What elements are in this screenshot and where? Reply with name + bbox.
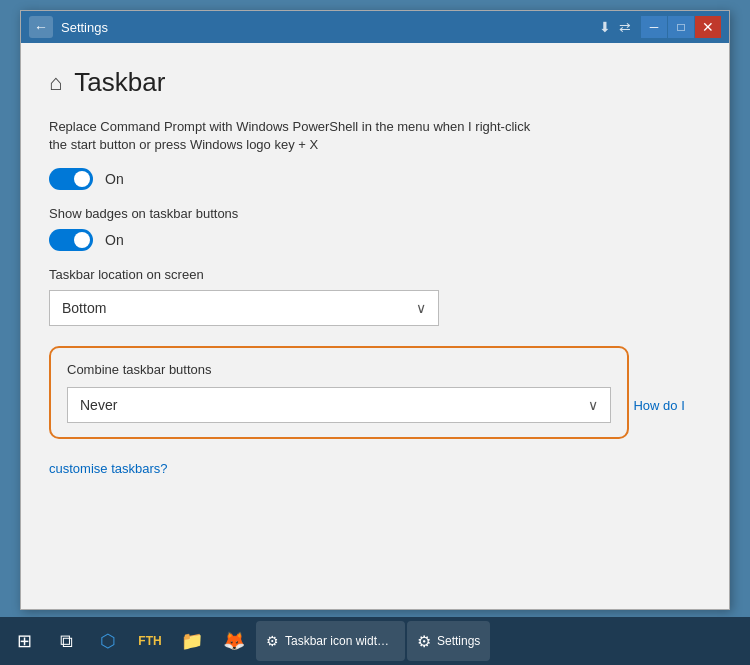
fth-icon: FTH: [138, 634, 161, 648]
sync-icon: ⇄: [619, 19, 631, 35]
close-button[interactable]: ✕: [695, 16, 721, 38]
taskbar-location-wrap: Taskbar location on screen Bottom ∨: [49, 267, 701, 326]
home-icon: ⌂: [49, 70, 62, 96]
settings-content: ⌂ Taskbar Replace Command Prompt with Wi…: [21, 43, 729, 609]
taskbar: ⊞ ⧉ ⬡ FTH 📁 🦊 ⚙ Taskbar icon width ... ⚙…: [0, 617, 750, 665]
minimize-to-tray-icon: ⬇: [599, 19, 611, 35]
back-button[interactable]: ←: [29, 16, 53, 38]
taskbar-width-label: Taskbar icon width ...: [285, 634, 395, 648]
settings-taskbar-icon: ⚙: [417, 632, 431, 651]
taskbar-location-dropdown[interactable]: Bottom ∨: [49, 290, 439, 326]
start-icon: ⊞: [17, 630, 32, 652]
combine-buttons-section: Combine taskbar buttons Never ∨: [49, 346, 629, 439]
firefox-icon: 🦊: [223, 630, 245, 652]
title-bar: ← Settings ⬇ ⇄ ─ □ ✕: [21, 11, 729, 43]
replace-cmd-description: Replace Command Prompt with Windows Powe…: [49, 118, 549, 154]
taskbar-width-icon: ⚙: [266, 633, 279, 649]
edge-button[interactable]: ⬡: [88, 621, 128, 661]
combine-buttons-label: Combine taskbar buttons: [67, 362, 611, 377]
settings-taskbar-button[interactable]: ⚙ Settings: [407, 621, 490, 661]
title-bar-icons: ⬇ ⇄: [599, 19, 631, 35]
start-button[interactable]: ⊞: [4, 621, 44, 661]
taskbar-location-chevron: ∨: [416, 300, 426, 316]
fth-button[interactable]: FTH: [130, 621, 170, 661]
taskbar-location-value: Bottom: [62, 300, 106, 316]
file-explorer-button[interactable]: 📁: [172, 621, 212, 661]
show-badges-toggle-row: On: [49, 229, 701, 251]
title-bar-left: ← Settings: [29, 16, 599, 38]
taskbar-width-button[interactable]: ⚙ Taskbar icon width ...: [256, 621, 405, 661]
title-bar-title: Settings: [61, 20, 108, 35]
taskview-button[interactable]: ⧉: [46, 621, 86, 661]
taskview-icon: ⧉: [60, 631, 73, 652]
replace-cmd-toggle-row: On: [49, 168, 701, 190]
minimize-button[interactable]: ─: [641, 16, 667, 38]
back-icon: ←: [34, 19, 48, 35]
show-badges-toggle-label: On: [105, 232, 124, 248]
replace-cmd-toggle[interactable]: [49, 168, 93, 190]
maximize-button[interactable]: □: [668, 16, 694, 38]
replace-cmd-toggle-label: On: [105, 171, 124, 187]
page-title: Taskbar: [74, 67, 165, 98]
show-badges-label: Show badges on taskbar buttons: [49, 206, 701, 221]
settings-window: ← Settings ⬇ ⇄ ─ □ ✕ ⌂ Taskbar Replace C…: [20, 10, 730, 610]
edge-icon: ⬡: [100, 630, 116, 652]
title-bar-controls: ─ □ ✕: [641, 16, 721, 38]
file-explorer-icon: 📁: [181, 630, 203, 652]
combine-buttons-chevron: ∨: [588, 397, 598, 413]
combine-buttons-value: Never: [80, 397, 117, 413]
show-badges-toggle[interactable]: [49, 229, 93, 251]
combine-buttons-dropdown[interactable]: Never ∨: [67, 387, 611, 423]
taskbar-location-label: Taskbar location on screen: [49, 267, 701, 282]
settings-taskbar-label: Settings: [437, 634, 480, 648]
firefox-button[interactable]: 🦊: [214, 621, 254, 661]
page-title-row: ⌂ Taskbar: [49, 67, 701, 98]
